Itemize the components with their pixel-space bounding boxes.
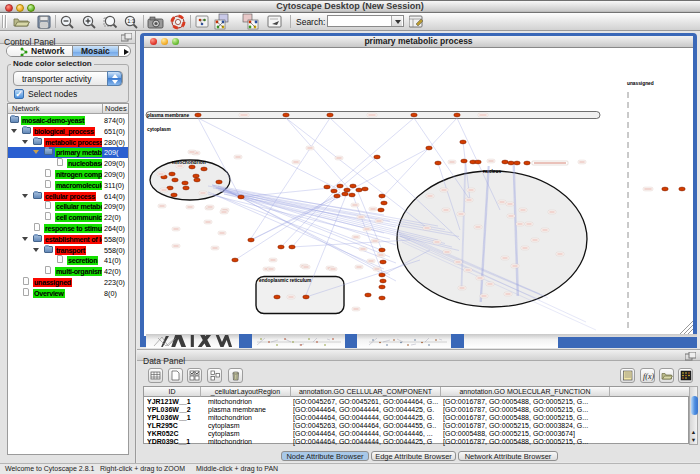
svg-text:unassigned: unassigned bbox=[627, 81, 654, 86]
svg-text:endoplasmic reticulum: endoplasmic reticulum bbox=[259, 278, 311, 283]
svg-text:nucleus: nucleus bbox=[483, 169, 501, 174]
svg-text:plasma membrane: plasma membrane bbox=[147, 113, 189, 118]
svg-text:f(x): f(x) bbox=[643, 372, 654, 381]
svg-text:1:1: 1:1 bbox=[127, 18, 135, 24]
svg-text:cytoplasm: cytoplasm bbox=[147, 127, 171, 132]
